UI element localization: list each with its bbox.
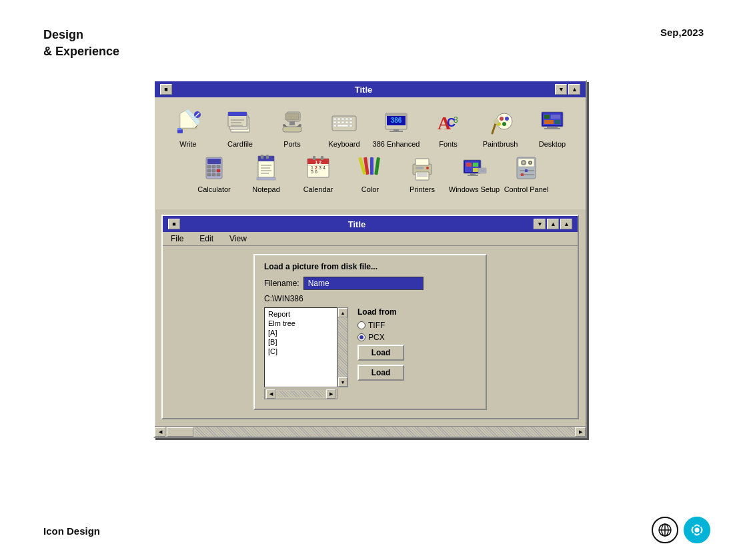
svg-rect-21 <box>333 118 336 120</box>
notepad-icon <box>251 153 281 183</box>
cardfile-icon <box>225 108 255 137</box>
file-list-scrollbar[interactable]: ▲ ▼ <box>337 307 348 387</box>
outer-hscroll[interactable]: ◀ ▶ <box>155 426 586 437</box>
hscroll-left-btn[interactable]: ◀ <box>266 389 275 399</box>
keyboard-label: Keyboard <box>328 140 359 148</box>
windows-setup-label: Windows Setup <box>449 185 500 193</box>
svg-point-116 <box>530 162 532 164</box>
menu-view[interactable]: View <box>227 233 249 244</box>
load-button-2[interactable]: Load <box>357 365 404 381</box>
svg-rect-70 <box>261 155 263 159</box>
app-icon-paintbrush[interactable]: Paintbrush <box>474 108 526 148</box>
svg-rect-55 <box>544 120 554 124</box>
app-icon-write[interactable]: Write <box>162 108 214 148</box>
icon-area: Write Car <box>155 97 586 209</box>
filename-row: Filename: <box>264 277 476 290</box>
svg-text:386: 386 <box>391 117 402 124</box>
app-icon-desktop[interactable]: Desktop <box>526 108 578 148</box>
svg-rect-102 <box>466 163 472 167</box>
sys-menu-button[interactable]: ■ <box>160 84 172 95</box>
desktop-icon <box>538 108 567 137</box>
svg-rect-66 <box>212 173 215 176</box>
svg-rect-24 <box>345 118 348 120</box>
svg-rect-76 <box>257 177 275 180</box>
app-icon-calculator[interactable]: Calculator <box>188 153 240 193</box>
menu-file[interactable]: File <box>168 233 186 244</box>
menu-edit[interactable]: Edit <box>197 233 216 244</box>
calendar-label: Calendar <box>303 185 333 193</box>
inner-minimize-btn[interactable]: ▾ <box>534 219 546 229</box>
radio-pcx-label: PCX <box>368 333 385 342</box>
brand-label: Design & Experience <box>43 27 119 60</box>
list-item[interactable]: Report <box>266 309 335 319</box>
radio-pcx-row[interactable]: PCX <box>357 333 404 342</box>
hscroll-right-btn[interactable]: ▶ <box>326 389 335 399</box>
svg-text:5: 5 <box>311 169 313 174</box>
list-item[interactable]: [A] <box>266 328 335 337</box>
inner-scroll-up-btn[interactable]: ▴ <box>560 219 572 229</box>
radio-pcx[interactable] <box>357 333 365 341</box>
list-item[interactable]: [C] <box>266 347 335 356</box>
radio-tiff[interactable] <box>357 321 365 329</box>
svg-rect-105 <box>473 168 478 172</box>
load-button-1[interactable]: Load <box>357 345 404 361</box>
scroll-up-btn[interactable]: ▲ <box>338 308 347 317</box>
svg-point-98 <box>426 167 429 169</box>
list-item[interactable]: Elm tree <box>266 319 335 328</box>
outer-hscroll-thumb[interactable] <box>167 427 193 437</box>
paintbrush-label: Paintbrush <box>483 140 518 148</box>
svg-rect-53 <box>544 115 550 119</box>
app-icon-386enhanced[interactable]: 386 386 Enhanced <box>370 108 422 148</box>
app-icon-keyboard[interactable]: Keyboard <box>318 108 370 148</box>
app-icon-printers[interactable]: Printers <box>396 153 448 193</box>
ports-icon <box>277 108 307 137</box>
svg-rect-99 <box>416 167 424 169</box>
date-label: Sep,2023 <box>660 27 704 38</box>
menu-bar: File Edit View <box>163 232 578 246</box>
app-icon-calendar[interactable]: 1 2 1 2 3 4 5 6 Calendar <box>292 153 344 193</box>
icon-row-2: Calculator <box>161 153 579 193</box>
inner-sys-button[interactable]: ■ <box>168 219 180 229</box>
app-icon-fonts[interactable]: A C 3 Fonts <box>422 108 474 148</box>
svg-rect-103 <box>473 163 478 167</box>
list-item[interactable]: [B] <box>266 337 335 347</box>
svg-rect-71 <box>266 155 269 159</box>
svg-rect-120 <box>521 173 524 176</box>
outer-hscroll-right[interactable]: ▶ <box>575 427 586 437</box>
outer-hscroll-track <box>195 427 575 437</box>
app-icon-ports[interactable]: Ports <box>266 108 318 148</box>
outer-hscroll-left[interactable]: ◀ <box>155 427 165 437</box>
svg-rect-118 <box>525 169 528 172</box>
control-panel-label: Control Panel <box>504 185 549 193</box>
radio-tiff-row[interactable]: TIFF <box>357 321 404 330</box>
maximize-button[interactable]: ▴ <box>568 84 580 95</box>
outer-window-title: Title <box>173 85 554 95</box>
svg-point-18 <box>299 124 301 127</box>
cmd-icon[interactable] <box>684 517 710 543</box>
filename-label: Filename: <box>264 279 299 288</box>
write-label: Write <box>179 140 196 148</box>
color-icon <box>355 153 385 183</box>
app-icon-color[interactable]: Color <box>344 153 396 193</box>
filename-input[interactable] <box>303 277 424 290</box>
globe-icon[interactable] <box>652 517 678 543</box>
386enhanced-label: 386 Enhanced <box>373 140 420 148</box>
app-icon-control-panel[interactable]: Control Panel <box>500 153 552 193</box>
scroll-down-btn[interactable]: ▼ <box>338 377 347 387</box>
svg-rect-62 <box>207 169 211 172</box>
load-from-section: Load from TIFF PCX Load <box>357 307 404 399</box>
svg-rect-90 <box>370 157 374 175</box>
icon-row-1: Write Car <box>161 108 579 148</box>
outer-window: ■ Title ▾ ▴ <box>153 80 587 438</box>
minimize-button[interactable]: ▾ <box>555 84 567 95</box>
scroll-track <box>338 317 347 377</box>
app-icon-cardfile[interactable]: Cardfile <box>214 108 266 148</box>
app-icon-windows-setup[interactable]: Windows Setup <box>448 153 500 193</box>
dialog-box: Load a picture from disk file... Filenam… <box>253 254 487 410</box>
dialog-content: Report Elm tree [A] [B] [C] ▲ ▼ <box>264 307 476 399</box>
svg-text:4: 4 <box>323 165 325 170</box>
app-icon-notepad[interactable]: Notepad <box>240 153 292 193</box>
ports-label: Ports <box>283 140 301 148</box>
calendar-icon: 1 2 1 2 3 4 5 6 <box>303 153 333 183</box>
inner-maximize-btn[interactable]: ▴ <box>547 219 559 229</box>
